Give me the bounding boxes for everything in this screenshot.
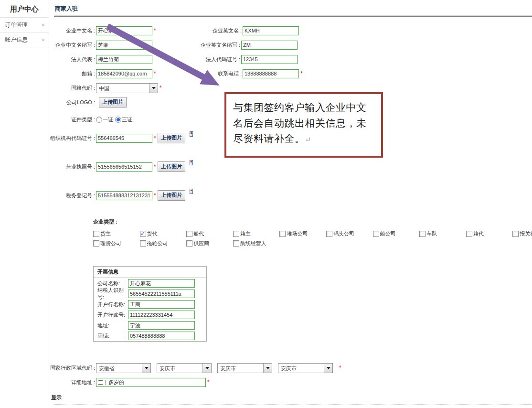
- chevron-down-icon: ∨: [41, 18, 45, 32]
- upload-logo-button[interactable]: 上传图片: [99, 97, 127, 107]
- checkbox-item[interactable]: ✓货代: [140, 230, 187, 237]
- cn-abbr-label: 企业中文名缩写 :: [49, 42, 95, 49]
- checkbox[interactable]: ✓: [512, 231, 519, 237]
- checkbox-item[interactable]: ✓货主: [93, 230, 140, 237]
- checkbox-item[interactable]: ✓码头公司: [326, 230, 373, 237]
- checkbox[interactable]: ✓: [326, 231, 332, 237]
- logo-label: 公司LOGO :: [49, 99, 95, 106]
- note-callout: 与集团签约客户输入企业中文名后会自动跳出相关信息，未尽资料请补全。↵: [224, 92, 383, 158]
- license-input[interactable]: [96, 162, 152, 172]
- checkbox-item[interactable]: ✓航线经营人: [233, 239, 280, 247]
- invoice-phone-input[interactable]: [128, 332, 195, 340]
- nation-select[interactable]: 中国: [96, 83, 158, 93]
- tax-reg-label: 税务登记号 :: [49, 192, 95, 199]
- invoice-info-box: 开票信息 公司名称: 纳税人识别号: 开户行名称: 开户行账号: 地址: 固话:: [93, 266, 207, 342]
- email-input[interactable]: [96, 69, 152, 78]
- tax-reg-input[interactable]: [96, 191, 152, 200]
- upload-license-button[interactable]: 上传图片: [158, 161, 185, 172]
- checkbox-item[interactable]: ✓报关行: [512, 230, 532, 237]
- org-code-input[interactable]: [96, 134, 152, 143]
- form-row: 营业执照号 : * 上传图片: [49, 161, 532, 172]
- invoice-address-input[interactable]: [128, 321, 195, 330]
- invoice-row: 固话:: [94, 331, 206, 341]
- invoice-row: 开户行账号:: [94, 310, 206, 320]
- checkbox[interactable]: ✓: [419, 231, 426, 237]
- checkbox-item[interactable]: ✓船代: [186, 230, 233, 237]
- sidebar-item-order-management[interactable]: 订单管理 ∨: [0, 18, 49, 32]
- checkbox[interactable]: ✓: [233, 231, 239, 237]
- checkbox[interactable]: ✓: [93, 240, 99, 247]
- legal-rep-input[interactable]: [96, 55, 152, 64]
- invoice-title: 开票信息: [94, 267, 206, 278]
- checkbox-item[interactable]: ✓堆场公司: [279, 230, 326, 237]
- cn-name-input[interactable]: [96, 26, 152, 35]
- select-arrow-icon[interactable]: [142, 364, 150, 373]
- select-arrow-icon[interactable]: [324, 364, 332, 373]
- license-label: 营业执照号 :: [49, 163, 95, 171]
- sidebar-item-account-info[interactable]: 账户信息 ∨: [0, 32, 49, 47]
- en-name-label: 企业英文名 :: [154, 27, 242, 34]
- region-city-select[interactable]: 安庆市: [157, 363, 212, 373]
- checkbox-item[interactable]: ✓理货公司: [93, 239, 140, 247]
- region-street-select[interactable]: 安庆市: [278, 363, 333, 373]
- en-abbr-label: 企业英文名缩写 :: [152, 42, 240, 49]
- upload-org-code-button[interactable]: 上传图片: [158, 133, 185, 143]
- main-content: 商家入驻 企业中文名 : * 企业英文名 : 企业中文名缩写 : 企业英文名缩写…: [49, 0, 532, 408]
- en-name-input[interactable]: [243, 26, 299, 35]
- form-row: 企业中文名缩写 : 企业英文名缩写 :: [49, 38, 532, 52]
- phone-input[interactable]: [243, 69, 299, 78]
- invoice-company-input[interactable]: [128, 279, 195, 288]
- region-province-select[interactable]: 安徽省: [96, 363, 151, 373]
- checkbox[interactable]: ✓: [233, 240, 239, 247]
- sidebar-item-label: 账户信息: [5, 32, 28, 47]
- legal-id-input[interactable]: [241, 55, 298, 64]
- form-row: 企业中文名 : * 企业英文名 :: [49, 23, 532, 38]
- display-label: 显示: [51, 394, 532, 401]
- checkbox[interactable]: ✓: [279, 231, 286, 237]
- merchant-form: 企业中文名 : * 企业英文名 : 企业中文名缩写 : 企业英文名缩写 : 法人…: [49, 23, 532, 408]
- checkbox-item[interactable]: ✓车队: [419, 230, 466, 237]
- checkbox[interactable]: ✓: [186, 231, 192, 237]
- checkbox[interactable]: ✓: [140, 231, 146, 237]
- checkbox-item[interactable]: ✓船公司: [373, 230, 420, 237]
- invoice-bank-account-input[interactable]: [128, 311, 195, 319]
- form-row: 邮箱 : * 联系电话 : *: [49, 66, 532, 81]
- radio-three-cert[interactable]: [115, 117, 121, 123]
- cn-abbr-input[interactable]: [96, 41, 152, 50]
- detailed-address-input[interactable]: [96, 378, 206, 387]
- broken-image-icon: [190, 131, 193, 137]
- sidebar-item-label: 订单管理: [5, 18, 28, 32]
- checkbox[interactable]: ✓: [373, 231, 379, 237]
- invoice-row: 地址:: [94, 320, 206, 331]
- cn-name-label: 企业中文名 :: [49, 27, 95, 34]
- checkbox-item[interactable]: ✓箱代: [466, 230, 513, 237]
- sidebar: 用户中心 订单管理 ∨ 账户信息 ∨: [0, 0, 49, 404]
- legal-rep-label: 法人代表 :: [49, 56, 95, 63]
- checkbox[interactable]: ✓: [466, 231, 472, 237]
- checkbox[interactable]: ✓: [140, 240, 146, 247]
- select-arrow-icon[interactable]: [202, 364, 211, 373]
- company-type-row-2: ✓理货公司 ✓拖轮公司 ✓供应商 ✓航线经营人: [93, 239, 532, 247]
- nation-label: 国籍代码 :: [49, 85, 95, 92]
- invoice-row: 开户行名称:: [94, 299, 206, 310]
- nation-select-value: 中国: [96, 84, 149, 93]
- invoice-row: 纳税人识别号:: [94, 289, 206, 299]
- company-type-label: 企业类型 :: [93, 218, 532, 225]
- checkbox[interactable]: ✓: [93, 231, 99, 237]
- invoice-bank-name-input[interactable]: [128, 300, 195, 309]
- note-text: 与集团签约客户输入企业中文名后会自动跳出相关信息，未尽资料请补全。: [233, 102, 367, 144]
- checkbox-item[interactable]: ✓拖轮公司: [140, 239, 187, 247]
- en-abbr-input[interactable]: [241, 41, 298, 50]
- region-label: 国家行政区域代码 :: [49, 365, 95, 372]
- radio-one-cert[interactable]: [96, 117, 102, 123]
- checkbox[interactable]: ✓: [186, 240, 192, 247]
- invoice-taxid-input[interactable]: [128, 290, 195, 298]
- select-arrow-icon[interactable]: [149, 84, 158, 93]
- checkbox-item[interactable]: ✓供应商: [186, 239, 233, 247]
- return-mark-icon: ↵: [305, 136, 311, 143]
- upload-tax-reg-button[interactable]: 上传图片: [158, 190, 185, 201]
- checkbox-item[interactable]: ✓箱主: [233, 230, 280, 237]
- title-divider: [54, 15, 532, 17]
- region-district-select[interactable]: 安庆市: [217, 363, 272, 373]
- select-arrow-icon[interactable]: [263, 364, 272, 373]
